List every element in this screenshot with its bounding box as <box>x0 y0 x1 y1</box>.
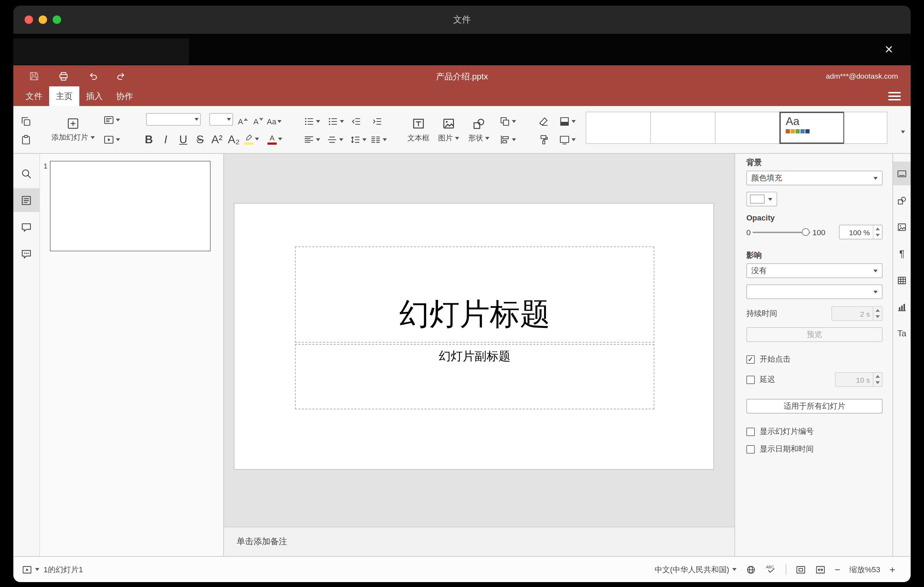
fit-width-button[interactable] <box>815 564 825 575</box>
feedback-button[interactable] <box>13 242 39 265</box>
opacity-slider-knob[interactable] <box>802 228 810 236</box>
arrange-shape-button[interactable] <box>499 114 518 129</box>
document-language-button[interactable] <box>745 564 756 575</box>
zoom-in-button[interactable]: + <box>889 564 895 574</box>
decrease-indent-button[interactable] <box>349 114 363 129</box>
numbering-button[interactable] <box>327 114 345 129</box>
duration-spinner[interactable]: 2 s <box>831 306 883 321</box>
chart-settings-button[interactable] <box>893 295 911 319</box>
bullets-button[interactable] <box>303 114 322 129</box>
line-spacing-button[interactable] <box>350 132 368 147</box>
font-color-button[interactable]: A <box>267 131 284 147</box>
textart-settings-button[interactable]: Ta <box>893 322 911 345</box>
delay-up-button[interactable] <box>873 373 882 379</box>
fit-slide-button[interactable] <box>795 564 806 575</box>
theme-tile[interactable] <box>844 112 888 144</box>
show-slide-number-checkbox[interactable] <box>746 427 755 436</box>
subscript-button[interactable]: A₂ <box>227 132 241 147</box>
bold-button[interactable]: B <box>142 132 156 147</box>
image-settings-button[interactable] <box>893 215 911 239</box>
strikeout-button[interactable]: S <box>193 132 207 147</box>
statusbar-divider <box>785 564 786 575</box>
zoom-out-button[interactable]: − <box>835 564 840 574</box>
start-on-click-checkbox[interactable]: ✓ <box>746 355 755 363</box>
tab-file[interactable]: 文件 <box>19 86 49 106</box>
preview-button[interactable]: 预览 <box>746 327 883 342</box>
theme-gallery-expand-button[interactable] <box>896 124 910 140</box>
spellcheck-icon: ABC <box>765 564 776 575</box>
fill-color-button[interactable] <box>559 114 577 129</box>
horizontal-align-button[interactable] <box>303 132 322 147</box>
language-select[interactable]: 中文(中华人民共和国) <box>655 564 736 575</box>
font-size-combo[interactable] <box>209 113 233 126</box>
marker-icon <box>244 134 254 142</box>
title-placeholder[interactable]: 幻灯片标题 <box>295 246 654 343</box>
theme-tile[interactable] <box>715 112 780 144</box>
duration-up-button[interactable] <box>873 307 882 313</box>
delay-checkbox[interactable] <box>746 375 755 384</box>
insert-image-button[interactable]: 图片 <box>435 109 463 151</box>
fill-color-select[interactable] <box>746 192 777 206</box>
theme-tile[interactable] <box>650 112 716 144</box>
underline-button[interactable]: U <box>176 132 190 147</box>
delay-spinner[interactable]: 10 s <box>835 372 883 387</box>
shape-icon <box>472 117 486 130</box>
font-name-combo[interactable] <box>146 113 201 126</box>
slide-settings-button[interactable] <box>893 162 911 185</box>
start-slideshow-button[interactable] <box>103 132 122 147</box>
minimize-window-light[interactable] <box>39 15 47 24</box>
close-icon[interactable]: × <box>880 39 898 59</box>
opacity-spinner[interactable]: 100 % <box>839 225 883 239</box>
decrease-font-button[interactable]: A <box>251 114 266 129</box>
clear-style-button[interactable] <box>536 114 551 129</box>
fill-type-select[interactable]: 颜色填充 <box>746 171 883 185</box>
increase-indent-button[interactable] <box>370 114 384 129</box>
shape-settings-button[interactable] <box>893 188 911 212</box>
subtitle-placeholder[interactable]: 幻灯片副标题 <box>295 344 654 409</box>
tab-insert[interactable]: 插入 <box>79 86 109 106</box>
duration-down-button[interactable] <box>873 313 882 320</box>
start-slideshow-status-button[interactable] <box>22 564 39 575</box>
opacity-slider[interactable] <box>753 225 810 239</box>
table-settings-button[interactable] <box>893 268 911 292</box>
maximize-window-light[interactable] <box>53 15 61 24</box>
opacity-label: Opacity <box>746 213 883 222</box>
effect-select[interactable]: 没有 <box>746 263 883 278</box>
change-case-button[interactable]: Aa <box>267 114 283 129</box>
theme-tile-selected[interactable]: Aa <box>779 112 845 144</box>
apply-to-all-button[interactable]: 适用于所有幻灯片 <box>746 399 883 414</box>
delay-down-button[interactable] <box>873 379 882 386</box>
highlight-color-button[interactable] <box>244 131 261 147</box>
vertical-align-button[interactable] <box>327 132 345 147</box>
effect-variant-select[interactable] <box>746 284 883 299</box>
theme-tile[interactable] <box>586 112 651 144</box>
increase-font-button[interactable]: A <box>236 114 250 129</box>
comments-button[interactable] <box>13 215 39 239</box>
paste-button[interactable] <box>19 132 33 147</box>
paragraph-settings-button[interactable]: ¶ <box>893 242 911 265</box>
duration-row: 持续时间 2 s <box>746 306 883 321</box>
add-slide-button[interactable]: 添加幻灯片 <box>47 109 99 151</box>
spellcheck-button[interactable]: ABC <box>765 564 776 575</box>
slide-layout-button[interactable] <box>103 112 122 128</box>
slides-panel-button[interactable] <box>13 188 39 212</box>
opacity-up-button[interactable] <box>873 225 882 232</box>
close-window-light[interactable] <box>25 15 33 24</box>
slide-thumbnail[interactable] <box>50 161 211 251</box>
search-button[interactable] <box>13 162 39 185</box>
tab-home[interactable]: 主页 <box>49 86 79 106</box>
copy-style-button[interactable] <box>536 132 551 147</box>
show-datetime-checkbox[interactable] <box>746 445 755 453</box>
insert-shape-button[interactable]: 形状 <box>464 109 493 151</box>
notes-area[interactable]: 单击添加备注 <box>224 527 734 556</box>
columns-button[interactable] <box>370 132 388 147</box>
tab-collaboration[interactable]: 协作 <box>109 86 140 106</box>
opacity-down-button[interactable] <box>873 232 882 239</box>
align-shape-button[interactable] <box>499 132 518 147</box>
slide-size-button[interactable] <box>559 132 577 147</box>
superscript-button[interactable]: A² <box>210 132 224 147</box>
menu-icon[interactable] <box>888 91 901 102</box>
insert-textbox-button[interactable]: 文本框 <box>404 109 433 151</box>
copy-button[interactable] <box>19 114 33 129</box>
italic-button[interactable]: I <box>159 132 173 147</box>
